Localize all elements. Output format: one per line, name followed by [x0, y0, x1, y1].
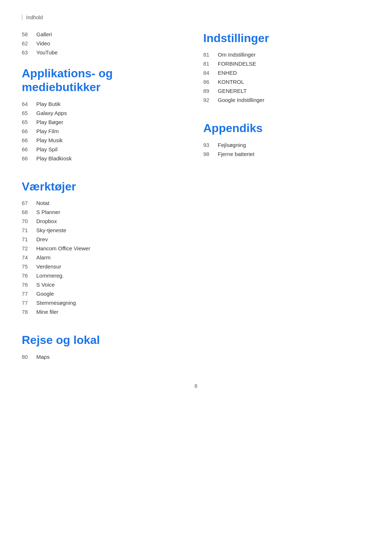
- item-num: 81: [203, 61, 218, 67]
- main-content: 58Galleri62Video63YouTube Applikations- …: [22, 31, 370, 378]
- item-label: Play Bladkiosk: [36, 155, 72, 161]
- item-num: 89: [203, 88, 218, 94]
- section-list: 67Notat68S Planner70Dropbox71Sky-tjenest…: [22, 200, 181, 315]
- header-label: Indhold: [22, 15, 370, 20]
- section-title: Applikations- og mediebutikker: [22, 66, 181, 94]
- intro-section: 58Galleri62Video63YouTube: [22, 31, 181, 56]
- item-num: 70: [22, 218, 36, 224]
- item-label: Play Butik: [36, 101, 61, 107]
- item-label: Notat: [36, 200, 49, 206]
- list-item: 74Alarm: [22, 254, 181, 260]
- toc-section: Appendiks93Fejlsøgning98Fjerne batteriet: [203, 121, 370, 157]
- list-item: 77Google: [22, 291, 181, 297]
- item-num: 75: [22, 263, 36, 270]
- list-item: 76S Voice: [22, 282, 181, 288]
- item-label: Play Film: [36, 128, 59, 134]
- item-label: ENHED: [218, 70, 237, 76]
- left-column: 58Galleri62Video63YouTube Applikations- …: [22, 31, 196, 378]
- item-num: 74: [22, 254, 36, 260]
- item-num: 92: [203, 97, 218, 103]
- list-item: 66Play Film: [22, 128, 181, 134]
- item-label: S Voice: [36, 282, 55, 288]
- page-footer: 6: [0, 383, 392, 389]
- section-title: Indstillinger: [203, 31, 370, 45]
- item-num: 66: [22, 155, 36, 161]
- list-item: 64Play Butik: [22, 101, 181, 107]
- item-label: Galaxy Apps: [36, 110, 67, 116]
- list-item: 72Hancom Office Viewer: [22, 245, 181, 251]
- list-item: 84ENHED: [203, 70, 370, 76]
- item-label: GENERELT: [218, 88, 247, 94]
- item-num: 63: [22, 49, 36, 56]
- list-item: 89GENERELT: [203, 88, 370, 94]
- list-item: 63YouTube: [22, 49, 181, 56]
- item-label: Play Spil: [36, 146, 57, 152]
- item-label: Verdensur: [36, 263, 61, 270]
- list-item: 78Mine filer: [22, 309, 181, 315]
- list-item: 92Google Indstillinger: [203, 97, 370, 103]
- toc-section: Applikations- og mediebutikker64Play But…: [22, 66, 181, 161]
- list-item: 93Fejlsøgning: [203, 142, 370, 148]
- section-list: 81Om Indstillinger81FORBINDELSE84ENHED86…: [203, 52, 370, 103]
- list-item: 58Galleri: [22, 31, 181, 37]
- item-num: 98: [203, 151, 218, 157]
- item-label: Play Musik: [36, 137, 63, 143]
- item-label: Google: [36, 291, 54, 297]
- item-num: 72: [22, 245, 36, 251]
- list-item: 67Notat: [22, 200, 181, 206]
- list-item: 76Lommereg.: [22, 272, 181, 279]
- list-item: 75Verdensur: [22, 263, 181, 270]
- item-num: 76: [22, 282, 36, 288]
- toc-section: Indstillinger81Om Indstillinger81FORBIND…: [203, 31, 370, 103]
- page-container: Indhold 58Galleri62Video63YouTube Applik…: [0, 0, 392, 400]
- item-num: 65: [22, 110, 36, 116]
- item-num: 65: [22, 119, 36, 125]
- item-label: Hancom Office Viewer: [36, 245, 90, 251]
- item-num: 81: [203, 52, 218, 58]
- item-label: Play Bøger: [36, 119, 63, 125]
- item-label: Maps: [36, 354, 50, 360]
- item-num: 77: [22, 291, 36, 297]
- section-title: Værktøjer: [22, 180, 181, 193]
- item-num: 62: [22, 40, 36, 46]
- list-item: 66Play Bladkiosk: [22, 155, 181, 161]
- item-num: 71: [22, 236, 36, 242]
- item-num: 78: [22, 309, 36, 315]
- item-num: 93: [203, 142, 218, 148]
- list-item: 81FORBINDELSE: [203, 61, 370, 67]
- item-num: 58: [22, 31, 36, 37]
- item-label: Fejlsøgning: [218, 142, 246, 148]
- list-item: 66Play Musik: [22, 137, 181, 143]
- right-column: Indstillinger81Om Indstillinger81FORBIND…: [196, 31, 370, 378]
- item-label: FORBINDELSE: [218, 61, 256, 67]
- list-item: 77Stemmesøgning: [22, 300, 181, 306]
- item-num: 66: [22, 137, 36, 143]
- list-item: 71Drev: [22, 236, 181, 242]
- item-label: Mine filer: [36, 309, 58, 315]
- list-item: 81Om Indstillinger: [203, 52, 370, 58]
- item-label: Lommereg.: [36, 272, 64, 279]
- item-label: S Planner: [36, 209, 60, 215]
- item-num: 67: [22, 200, 36, 206]
- toc-section: Rejse og lokal80Maps: [22, 333, 181, 360]
- list-item: 68S Planner: [22, 209, 181, 215]
- list-item: 86KONTROL: [203, 79, 370, 85]
- list-item: 98Fjerne batteriet: [203, 151, 370, 157]
- item-label: Dropbox: [36, 218, 57, 224]
- item-num: 66: [22, 128, 36, 134]
- section-list: 80Maps: [22, 354, 181, 360]
- section-title: Appendiks: [203, 121, 370, 135]
- item-label: YouTube: [36, 49, 58, 56]
- section-list: 64Play Butik65Galaxy Apps65Play Bøger66P…: [22, 101, 181, 161]
- item-num: 64: [22, 101, 36, 107]
- item-label: Sky-tjeneste: [36, 227, 66, 233]
- toc-section: Værktøjer67Notat68S Planner70Dropbox71Sk…: [22, 180, 181, 315]
- item-label: Om Indstillinger: [218, 52, 256, 58]
- list-item: 66Play Spil: [22, 146, 181, 152]
- item-num: 77: [22, 300, 36, 306]
- section-list: 93Fejlsøgning98Fjerne batteriet: [203, 142, 370, 157]
- page-number: 6: [195, 383, 197, 389]
- item-label: Galleri: [36, 31, 52, 37]
- list-item: 70Dropbox: [22, 218, 181, 224]
- list-item: 65Galaxy Apps: [22, 110, 181, 116]
